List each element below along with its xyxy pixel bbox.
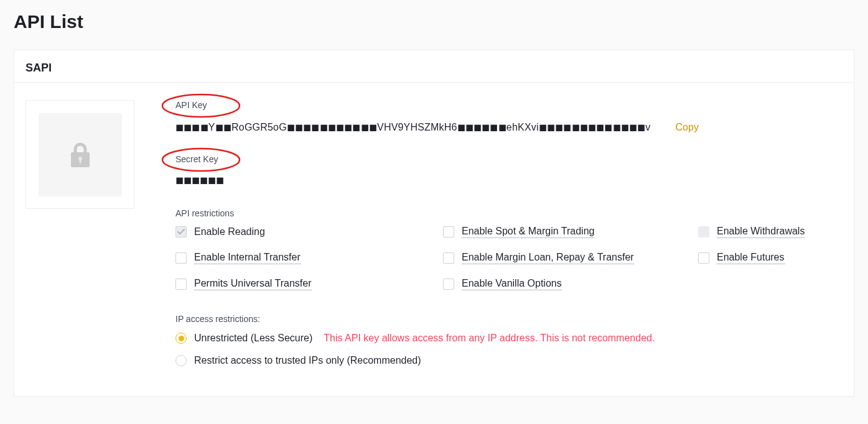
api-restrictions-grid: Enable Reading Enable Spot & Margin Trad… (175, 226, 842, 290)
checkbox-enable-reading[interactable]: Enable Reading (175, 226, 443, 238)
checkbox-icon (175, 226, 187, 237)
secret-key-value: ◼◼◼◼◼◼ (175, 174, 842, 186)
checkbox-enable-spot-margin-trading[interactable]: Enable Spot & Margin Trading (443, 226, 698, 238)
checkbox-enable-margin-loan-repay-transfer[interactable]: Enable Margin Loan, Repay & Transfer (443, 252, 698, 264)
checkbox-icon (443, 226, 454, 237)
checkbox-icon (443, 252, 454, 264)
checkbox-label: Enable Margin Loan, Repay & Transfer (462, 252, 634, 264)
checkbox-label: Enable Futures (717, 252, 785, 264)
checkbox-enable-withdrawals[interactable]: Enable Withdrawals (698, 226, 842, 238)
radio-icon (175, 355, 187, 366)
api-card: SAPI (14, 50, 854, 397)
secret-key-label: Secret Key (175, 154, 218, 164)
radio-unrestricted[interactable]: Unrestricted (Less Secure) This API key … (175, 333, 842, 344)
checkbox-permits-universal-transfer[interactable]: Permits Universal Transfer (175, 278, 443, 290)
checkbox-label: Enable Spot & Margin Trading (462, 226, 594, 238)
lock-icon (39, 113, 122, 196)
checkbox-label: Enable Withdrawals (717, 226, 805, 238)
api-restrictions-label: API restrictions (175, 208, 842, 218)
page-title: API List (14, 11, 854, 32)
checkbox-enable-internal-transfer[interactable]: Enable Internal Transfer (175, 252, 443, 264)
ip-warning-text: This API key allows access from any IP a… (324, 333, 655, 344)
radio-label: Unrestricted (Less Secure) (194, 333, 312, 344)
checkbox-label: Permits Universal Transfer (194, 278, 312, 290)
copy-button[interactable]: Copy (676, 122, 699, 133)
qr-placeholder (26, 100, 134, 209)
api-key-value: ◼◼◼◼Y◼◼RoGGR5oG◼◼◼◼◼◼◼◼◼◼◼VHV9YHSZMkH6◼◼… (175, 121, 651, 133)
checkbox-label: Enable Vanilla Options (462, 278, 562, 290)
checkbox-label: Enable Reading (194, 226, 265, 237)
checkbox-icon (698, 226, 709, 237)
api-name: SAPI (26, 62, 842, 75)
checkbox-icon (175, 252, 187, 264)
radio-label: Restrict access to trusted IPs only (Rec… (194, 355, 421, 366)
checkbox-icon (443, 279, 454, 290)
radio-restricted[interactable]: Restrict access to trusted IPs only (Rec… (175, 355, 842, 366)
checkbox-icon (698, 252, 709, 264)
svg-rect-2 (79, 159, 81, 164)
checkbox-label: Enable Internal Transfer (194, 252, 301, 264)
radio-icon (175, 333, 187, 344)
api-key-label: API Key (175, 100, 207, 110)
card-header: SAPI (14, 50, 854, 83)
ip-restrictions-label: IP access restrictions: (175, 314, 842, 324)
checkbox-enable-futures[interactable]: Enable Futures (698, 252, 842, 264)
checkbox-icon (175, 279, 187, 290)
checkbox-enable-vanilla-options[interactable]: Enable Vanilla Options (443, 278, 698, 290)
